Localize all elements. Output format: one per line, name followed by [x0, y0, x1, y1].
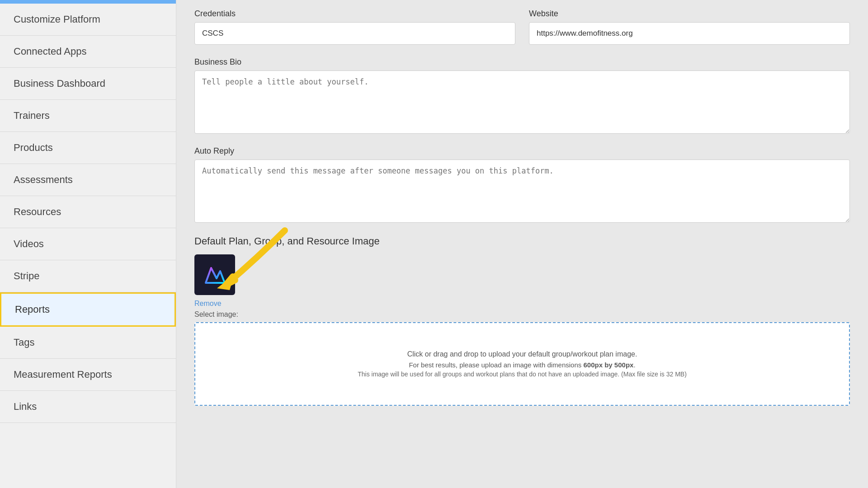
sidebar-item-tags[interactable]: Tags	[0, 327, 176, 359]
image-preview-box	[194, 254, 235, 295]
auto-reply-textarea[interactable]	[194, 160, 850, 223]
bio-group: Business Bio	[194, 57, 850, 134]
upload-line2-text: For best results, please upload an image…	[409, 361, 583, 369]
sidebar-item-measurement-reports[interactable]: Measurement Reports	[0, 359, 176, 391]
sidebar-item-trainers[interactable]: Trainers	[0, 100, 176, 132]
credentials-website-row: Credentials Website	[194, 9, 850, 45]
upload-dimensions: 600px by 500px	[583, 361, 633, 369]
preview-logo-icon	[201, 261, 228, 288]
sidebar-item-stripe[interactable]: Stripe	[0, 260, 176, 292]
upload-text-sub: For best results, please upload an image…	[409, 361, 635, 369]
default-image-title: Default Plan, Group, and Resource Image	[194, 235, 850, 247]
credentials-label: Credentials	[194, 9, 515, 19]
credentials-input[interactable]	[194, 22, 515, 45]
sidebar-item-business-dashboard[interactable]: Business Dashboard	[0, 68, 176, 100]
website-label: Website	[529, 9, 850, 19]
remove-link[interactable]: Remove	[194, 300, 850, 308]
website-input[interactable]	[529, 22, 850, 45]
auto-reply-group: Auto Reply	[194, 146, 850, 223]
main-content: Credentials Website Business Bio Auto Re…	[176, 0, 868, 488]
sidebar-item-assessments[interactable]: Assessments	[0, 164, 176, 196]
sidebar-item-customize-platform[interactable]: Customize Platform	[0, 4, 176, 36]
website-group: Website	[529, 9, 850, 45]
sidebar-item-products[interactable]: Products	[0, 132, 176, 164]
sidebar-item-links[interactable]: Links	[0, 391, 176, 423]
upload-text-small: This image will be used for all groups a…	[358, 371, 687, 378]
sidebar-item-connected-apps[interactable]: Connected Apps	[0, 36, 176, 68]
sidebar-item-reports[interactable]: Reports	[0, 292, 176, 327]
bio-textarea[interactable]	[194, 70, 850, 134]
default-image-section: Default Plan, Group, and Resource Image	[194, 235, 850, 406]
upload-text-main: Click or drag and drop to upload your de…	[407, 350, 637, 358]
auto-reply-label: Auto Reply	[194, 146, 850, 156]
sidebar-item-videos[interactable]: Videos	[0, 228, 176, 260]
image-preview	[194, 254, 235, 295]
select-image-label: Select image:	[194, 310, 850, 319]
bio-label: Business Bio	[194, 57, 850, 67]
top-bar	[0, 0, 176, 4]
sidebar-item-resources[interactable]: Resources	[0, 196, 176, 228]
upload-dropzone[interactable]: Click or drag and drop to upload your de…	[194, 322, 850, 406]
credentials-group: Credentials	[194, 9, 515, 45]
sidebar: Customize PlatformConnected AppsBusiness…	[0, 0, 176, 488]
